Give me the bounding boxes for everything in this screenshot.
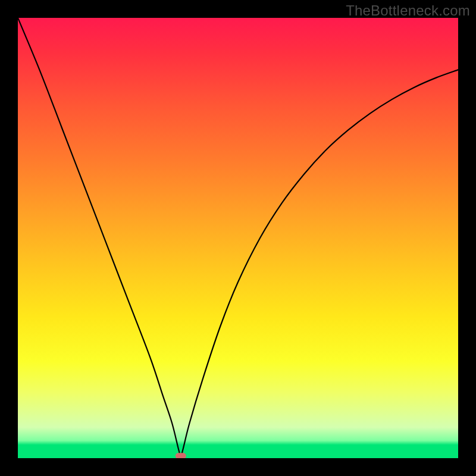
watermark-label: TheBottleneck.com <box>346 2 470 19</box>
min-marker <box>176 453 186 458</box>
chart-frame: TheBottleneck.com <box>0 0 476 476</box>
plot-area <box>18 18 458 458</box>
bottleneck-curve <box>18 18 458 456</box>
chart-svg <box>18 18 458 458</box>
